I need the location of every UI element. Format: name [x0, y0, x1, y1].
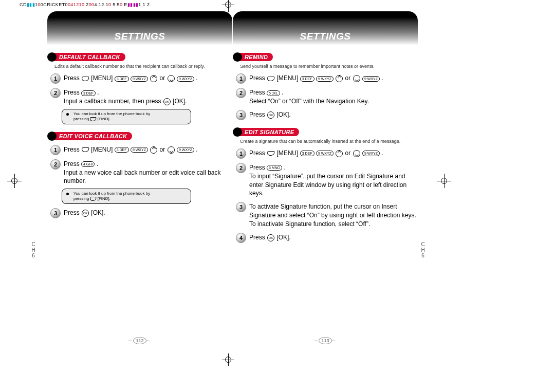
step-body: Press 3 DEF . Input a callback number, t…	[64, 88, 232, 106]
page-title: SETTINGS	[114, 31, 165, 42]
step-number: 2	[236, 88, 246, 98]
page-number: ─112─	[47, 337, 232, 344]
step: 1 Press [MENU] 3 DEF 9 WXYZ or 9 WXYZ .	[236, 73, 418, 84]
step: 3 To activate Signature function, put th…	[236, 202, 418, 228]
page-number: ─113─	[233, 337, 418, 344]
page-left: SETTINGS DEFAULT CALLBACK Edits a defaul…	[47, 11, 232, 350]
key-icon: 3 DEF	[115, 147, 129, 153]
key-icon: 9 WXYZ	[362, 76, 380, 82]
key-icon: 9 WXYZ	[362, 151, 380, 156]
key-icon: 3 DEF	[115, 76, 129, 82]
manual-spread: SETTINGS DEFAULT CALLBACK Edits a defaul…	[0, 0, 555, 392]
nav-up-icon	[150, 146, 157, 154]
page-header: SETTINGS	[47, 11, 232, 45]
step: 3 Press OK [OK].	[50, 208, 232, 218]
step-body: Press 4 GHI . Input a new voice call bac…	[64, 160, 232, 185]
chapter-label: C H 6	[420, 241, 425, 258]
step-number: 3	[236, 202, 246, 212]
step-number: 2	[236, 163, 246, 173]
note-box: You can look it up from the phone book b…	[62, 189, 191, 204]
softkey-icon	[81, 147, 89, 152]
step-body: Press [MENU] 3 DEF 9 WXYZ or 9 WXYZ .	[249, 74, 418, 83]
section-title: DEFAULT CALLBACK	[53, 53, 125, 61]
key-icon: 5 JKL	[267, 90, 280, 96]
key-icon: 9 WXYZ	[131, 147, 148, 153]
step-body: Press [MENU] 3 DEF 9 WXYZ or 9 WXYZ .	[249, 149, 418, 158]
step-body: Press 6 MNO . To input “Signature”, put …	[249, 163, 418, 198]
section-title: EDIT VOICE CALLBACK	[53, 132, 132, 140]
page-title: SETTINGS	[300, 31, 350, 42]
section-remind: REMIND Send yourself a message to rememb…	[233, 52, 418, 120]
step-body: Press 5 JKL . Select “On” or “Off” with …	[249, 88, 418, 106]
step-body: Press OK [OK].	[249, 233, 418, 242]
step-number: 2	[50, 88, 61, 98]
key-icon: 9 WXYZ	[177, 147, 194, 153]
note-box: You can look it up from the phone book b…	[62, 109, 191, 124]
step: 1 Press [MENU] 3 DEF 9 WXYZ or 9 WXYZ .	[50, 73, 232, 84]
step-body: Press [MENU] 3 DEF 9 WXYZ or 9 WXYZ .	[64, 145, 232, 154]
step: 4 Press OK [OK].	[236, 233, 418, 243]
section-title: EDIT SIGNATURE	[238, 128, 299, 136]
section-default-callback: DEFAULT CALLBACK Edits a default callbac…	[47, 52, 232, 124]
key-icon: 9 WXYZ	[316, 151, 334, 156]
section-edit-voice-callback: EDIT VOICE CALLBACK 1 Press [MENU] 3 DEF…	[47, 132, 232, 218]
section-bullet-icon	[47, 132, 57, 141]
key-icon: 9 WXYZ	[177, 76, 194, 82]
step-number: 2	[50, 159, 61, 170]
section-description: Edits a default callback number so that …	[54, 64, 232, 69]
section-description: Send yourself a message to remember impo…	[240, 64, 418, 69]
softkey-icon	[90, 197, 97, 201]
step-number: 1	[236, 148, 246, 159]
step: 2 Press 3 DEF . Input a callback number,…	[50, 88, 232, 106]
key-icon: 6 MNO	[267, 165, 282, 171]
step-body: To activate Signature function, put the …	[249, 202, 418, 228]
nav-down-icon	[168, 75, 175, 82]
step-body: Press OK [OK].	[249, 110, 418, 119]
step-number: 4	[236, 233, 246, 243]
key-icon: 3 DEF	[81, 90, 96, 96]
ok-key-icon: OK	[267, 111, 274, 119]
section-title: REMIND	[238, 53, 273, 61]
step: 2 Press 5 JKL . Select “On” or “Off” wit…	[236, 88, 418, 106]
nav-up-icon	[336, 150, 343, 157]
nav-down-icon	[353, 150, 360, 157]
section-edit-signature: EDIT SIGNATURE Create a signature that c…	[233, 127, 418, 243]
step-number: 1	[236, 73, 246, 84]
section-bullet-icon	[47, 52, 57, 62]
step: 2 Press 4 GHI . Input a new voice call b…	[50, 159, 232, 185]
section-description: Create a signature that can be automatic…	[240, 139, 418, 144]
step: 2 Press 6 MNO . To input “Signature”, pu…	[236, 163, 418, 198]
step: 1 Press [MENU] 3 DEF 9 WXYZ or 9 WXYZ .	[236, 148, 418, 159]
softkey-icon	[90, 117, 97, 121]
step-body: Press OK [OK].	[64, 209, 232, 217]
nav-down-icon	[168, 146, 175, 154]
step-body: Press [MENU] 3 DEF 9 WXYZ or 9 WXYZ .	[64, 74, 232, 83]
ok-key-icon: OK	[267, 234, 274, 241]
key-icon: 9 WXYZ	[316, 76, 334, 82]
key-icon: 3 DEF	[300, 76, 314, 82]
section-bullet-icon	[233, 127, 242, 137]
chapter-label: C H 6	[31, 241, 36, 258]
nav-up-icon	[336, 75, 343, 82]
section-bullet-icon	[233, 52, 242, 62]
nav-up-icon	[150, 75, 157, 82]
page-header: SETTINGS	[233, 11, 418, 45]
page-right: SETTINGS REMIND Send yourself a message …	[233, 11, 418, 350]
step: 1 Press [MENU] 3 DEF 9 WXYZ or 9 WXYZ .	[50, 145, 232, 155]
softkey-icon	[267, 151, 274, 156]
step-number: 1	[50, 145, 61, 155]
ok-key-icon: OK	[163, 98, 171, 105]
softkey-icon	[81, 77, 89, 81]
nav-down-icon	[353, 75, 360, 82]
key-icon: 3 DEF	[300, 151, 314, 156]
key-icon: 9 WXYZ	[131, 76, 148, 82]
step-number: 1	[50, 73, 61, 84]
step: 3 Press OK [OK].	[236, 110, 418, 120]
step-number: 3	[50, 208, 61, 218]
step-number: 3	[236, 110, 246, 120]
softkey-icon	[267, 77, 274, 81]
key-icon: 4 GHI	[81, 161, 95, 167]
ok-key-icon: OK	[82, 210, 89, 217]
